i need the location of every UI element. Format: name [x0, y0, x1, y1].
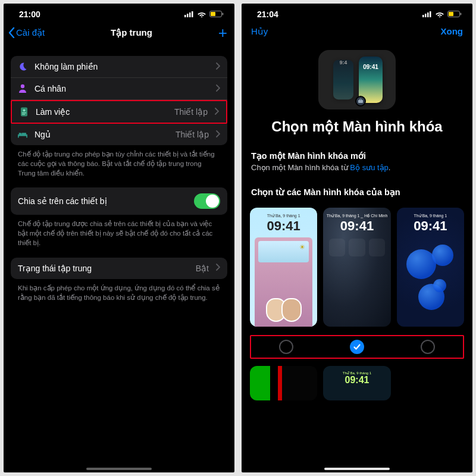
battery-icon	[447, 10, 462, 19]
select-wallpaper-2[interactable]	[350, 340, 364, 354]
wallpaper-time: 09:41	[267, 218, 300, 234]
wallpaper1-faces	[255, 298, 312, 322]
chevron-right-icon	[216, 264, 220, 273]
row-label: Làm việc	[36, 107, 167, 117]
svg-point-9	[23, 109, 25, 112]
svg-rect-11	[22, 114, 25, 115]
svg-rect-12	[18, 134, 27, 136]
home-indicator[interactable]	[324, 468, 390, 470]
status-bar: 21:04	[242, 4, 472, 23]
select-wallpaper-1[interactable]	[279, 340, 293, 354]
svg-rect-19	[430, 11, 431, 17]
gallery-link[interactable]: Bộ sưu tập	[350, 163, 388, 172]
back-button[interactable]: Cài đặt	[8, 27, 45, 38]
row-share-across-devices[interactable]: Chia sẻ trên các thiết bị	[11, 187, 227, 215]
chevron-right-icon	[216, 62, 220, 71]
selection-indicator-row	[250, 335, 464, 359]
create-section-title: Tạo một Màn hình khóa mới	[242, 136, 472, 163]
svg-rect-6	[223, 13, 224, 15]
row-label: Ngủ	[35, 130, 168, 139]
cellular-signal-icon	[184, 10, 194, 19]
svg-rect-0	[184, 15, 186, 17]
svg-rect-2	[189, 12, 191, 17]
select-wallpaper-3[interactable]	[421, 340, 435, 354]
focus-description: Chế độ tập trung cho phép bạn tùy chỉnh …	[11, 145, 227, 178]
wallpaper-row: Thứ Ba, 9 tháng 1 09:41 Thứ Ba, 9 tháng …	[242, 199, 472, 327]
chevron-right-icon	[215, 108, 219, 117]
wallpaper-option-3[interactable]: Thứ Ba, 9 tháng 1 09:41	[397, 208, 464, 327]
status-bar: 21:00	[4, 4, 234, 23]
svg-rect-5	[211, 12, 215, 16]
phone-left-focus-settings: 21:00 Cài đặt Tập trung +	[4, 4, 234, 472]
share-group: Chia sẻ trên các thiết bị	[11, 187, 227, 215]
row-label: Cá nhân	[35, 84, 209, 93]
cancel-button[interactable]: Hủy	[251, 26, 268, 37]
wallpaper-option-4[interactable]	[250, 366, 317, 400]
svg-rect-3	[192, 11, 193, 17]
row-do-not-disturb[interactable]: Không làm phiền	[11, 56, 227, 78]
status-time: 21:00	[19, 10, 40, 19]
svg-rect-1	[187, 14, 189, 17]
add-focus-button[interactable]: +	[218, 25, 227, 40]
wallpaper-option-2[interactable]: Thứ Ba, 9 tháng 1 ⎯ Hồ Chí Minh 09:41	[323, 208, 390, 327]
page-title: Tập trung	[111, 27, 152, 38]
briefcase-badge-icon	[355, 96, 366, 107]
svg-point-7	[21, 84, 24, 88]
person-icon	[18, 84, 27, 93]
badge-icon	[19, 107, 29, 117]
row-detail: Bật	[196, 264, 209, 273]
illustration-time-back: 9:4	[340, 60, 347, 65]
wallpaper-date: Thứ Ba, 9 tháng 1	[267, 214, 300, 218]
battery-icon	[209, 10, 224, 19]
choose-section-title: Chọn từ các Màn hình khóa của bạn	[242, 172, 472, 199]
row-label: Không làm phiền	[35, 62, 209, 71]
wallpaper-time: 09:41	[340, 218, 374, 234]
bed-icon	[18, 130, 27, 139]
modal-title: Chọn một Màn hình khóa	[242, 118, 472, 136]
row-personal[interactable]: Cá nhân	[11, 78, 227, 100]
svg-rect-15	[21, 133, 26, 134]
row-detail: Thiết lập	[176, 130, 209, 139]
illustration-card-front: 09:41	[359, 57, 383, 103]
share-toggle[interactable]	[194, 193, 220, 209]
svg-rect-17	[425, 14, 427, 17]
moon-icon	[18, 62, 27, 71]
row-label: Chia sẻ trên các thiết bị	[18, 196, 187, 206]
period: .	[389, 163, 391, 172]
svg-rect-18	[427, 12, 429, 17]
cellular-signal-icon	[422, 10, 432, 19]
illustration-card-back: 9:4	[333, 60, 353, 99]
status-right-cluster	[422, 10, 462, 19]
svg-rect-8	[21, 108, 27, 117]
wallpaper-time: 09:41	[345, 375, 369, 386]
svg-rect-22	[461, 13, 462, 15]
svg-rect-14	[26, 136, 27, 138]
navigation-bar: Cài đặt Tập trung +	[4, 23, 234, 46]
row-label: Trạng thái tập trung	[18, 264, 189, 273]
svg-rect-16	[422, 15, 424, 17]
svg-rect-10	[22, 112, 26, 113]
svg-rect-13	[18, 136, 19, 138]
wallpaper-option-5[interactable]: Thứ Ba, 9 tháng 1 09:41	[323, 366, 390, 400]
row-sleep[interactable]: Ngủ Thiết lập	[11, 124, 227, 145]
wallpaper-time: 09:41	[414, 218, 447, 234]
checkmark-icon	[353, 343, 361, 351]
row-focus-status[interactable]: Trạng thái tập trung Bật	[11, 258, 227, 279]
wallpaper-option-6[interactable]	[397, 366, 464, 400]
illustration-time: 09:41	[363, 64, 378, 70]
home-indicator[interactable]	[86, 468, 152, 470]
phone-right-choose-lockscreen: 21:04 Hủy Xong 9:4 09:41 Chọn	[242, 4, 472, 472]
chevron-right-icon	[216, 84, 220, 93]
status-right-cluster	[184, 10, 224, 19]
create-sub-text: Chọn một Màn hình khóa từ	[251, 163, 350, 172]
wallpaper-date: Thứ Ba, 9 tháng 1	[343, 371, 371, 375]
done-button[interactable]: Xong	[441, 26, 464, 37]
wallpaper-option-1[interactable]: Thứ Ba, 9 tháng 1 09:41	[250, 208, 317, 327]
svg-rect-24	[360, 99, 362, 101]
focus-modes-group: Không làm phiền Cá nhân Làm việc	[11, 56, 227, 145]
wallpaper-date: Thứ Ba, 9 tháng 1	[414, 214, 447, 218]
row-work[interactable]: Làm việc Thiết lập	[11, 100, 227, 124]
wallpaper1-photo	[255, 237, 312, 327]
wallpaper-row-2: Thứ Ba, 9 tháng 1 09:41	[242, 359, 472, 400]
wallpaper2-widgets	[329, 239, 384, 256]
